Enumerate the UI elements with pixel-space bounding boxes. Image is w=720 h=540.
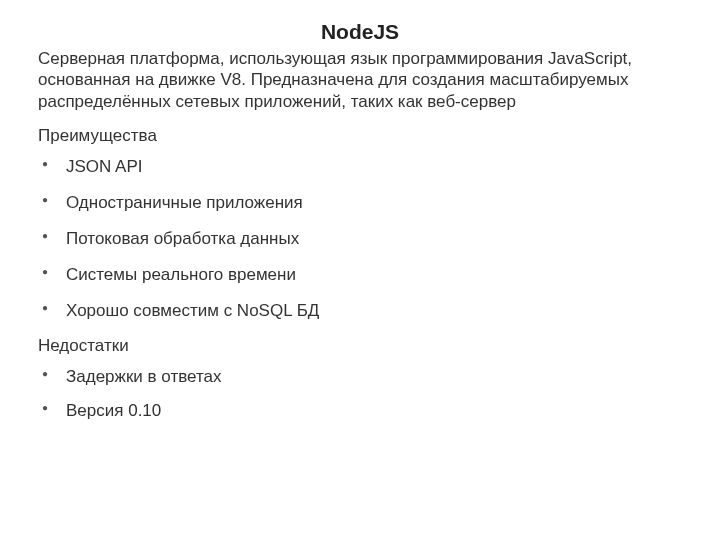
list-item: JSON API	[38, 156, 682, 178]
page-title: NodeJS	[38, 20, 682, 44]
description-text: Серверная платформа, использующая язык п…	[38, 48, 682, 112]
list-item: Версия 0.10	[38, 400, 682, 422]
advantages-list: JSON API Одностраничные приложения Поток…	[38, 156, 682, 322]
disadvantages-heading: Недостатки	[38, 336, 682, 356]
list-item: Задержки в ответах	[38, 366, 682, 388]
advantages-heading: Преимущества	[38, 126, 682, 146]
list-item: Одностраничные приложения	[38, 192, 682, 214]
list-item: Системы реального времени	[38, 264, 682, 286]
disadvantages-list: Задержки в ответах Версия 0.10	[38, 366, 682, 422]
list-item: Хорошо совместим с NoSQL БД	[38, 300, 682, 322]
list-item: Потоковая обработка данных	[38, 228, 682, 250]
